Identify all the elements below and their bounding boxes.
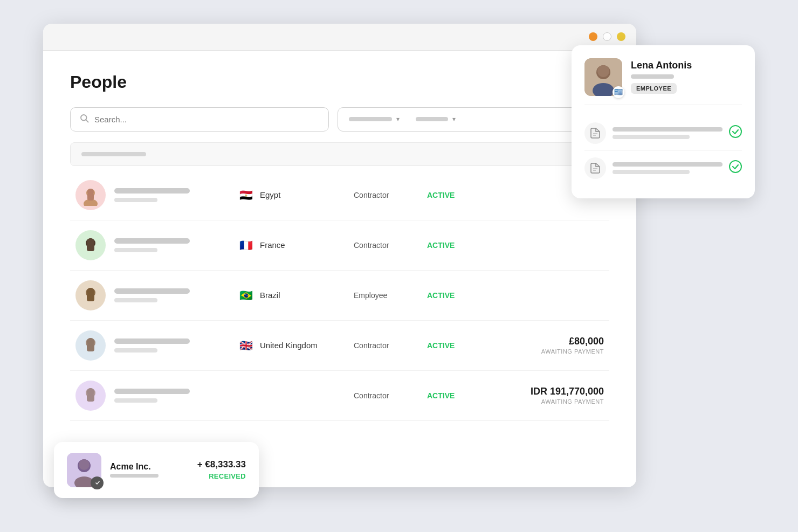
person-name-placeholder — [114, 389, 190, 394]
payment-amount: £80,000 — [490, 336, 604, 347]
doc-line — [613, 162, 723, 167]
search-box[interactable] — [70, 107, 329, 132]
main-window: People ▾ — [43, 24, 636, 487]
payment-label: AWAITING PAYMENT — [490, 348, 604, 355]
profile-name-line — [631, 74, 674, 79]
status-badge: ACTIVE — [427, 191, 455, 199]
svg-line-1 — [86, 120, 88, 122]
doc-lines — [613, 162, 723, 174]
type-cell: Employee — [354, 291, 418, 300]
doc-line — [613, 170, 690, 174]
status-cell: ACTIVE — [427, 341, 481, 350]
flag-icon: 🇧🇷 — [237, 287, 254, 304]
person-name-placeholder — [114, 338, 190, 344]
country-cell: 🇪🇬 Egypt — [237, 186, 345, 204]
svg-rect-17 — [87, 394, 94, 402]
window-dot-white[interactable] — [603, 32, 611, 41]
window-dot-red[interactable] — [589, 32, 597, 41]
received-icon — [91, 476, 104, 489]
document-icon-2 — [584, 157, 606, 179]
status-badge: ACTIVE — [427, 391, 455, 400]
profile-info: Lena Antonis EMPLOYEE — [631, 60, 742, 94]
person-sub-placeholder — [114, 248, 157, 252]
country-cell: 🇫🇷 France — [237, 237, 345, 254]
person-sub-placeholder — [114, 398, 157, 403]
svg-rect-8 — [87, 244, 94, 251]
payment-cell: IDR 191,770,000 AWAITING PAYMENT — [490, 386, 604, 405]
table-row[interactable]: 🇫🇷 France Contractor ACTIVE — [70, 220, 609, 271]
avatar — [75, 330, 106, 361]
status-badge: ACTIVE — [427, 291, 455, 300]
table-header-line — [81, 152, 146, 156]
window-dot-yellow[interactable] — [617, 32, 625, 41]
doc-line — [613, 135, 690, 139]
payment-card-status: RECEIVED — [197, 472, 246, 480]
person-info — [114, 188, 229, 202]
avatar — [75, 381, 106, 411]
status-badge: ACTIVE — [427, 241, 455, 250]
payment-card: Acme Inc. + €8,333.33 RECEIVED — [54, 442, 259, 498]
payment-amount: IDR 191,770,000 — [490, 386, 604, 397]
svg-point-21 — [597, 65, 609, 77]
svg-rect-5 — [87, 193, 94, 201]
table-row[interactable]: 🇪🇬 Egypt Contractor ACTIVE — [70, 170, 609, 220]
payment-card-info: Acme Inc. — [110, 462, 189, 478]
payment-cell: £80,000 AWAITING PAYMENT — [490, 336, 604, 355]
person-sub-placeholder — [114, 198, 157, 202]
avatar — [75, 180, 106, 210]
payment-card-name: Acme Inc. — [110, 462, 189, 472]
payment-avatar — [67, 453, 101, 487]
filter-line-2 — [416, 117, 448, 121]
payment-card-amount: + €8,333.33 — [197, 459, 246, 470]
flag-icon: 🇫🇷 — [237, 237, 254, 254]
payment-label: AWAITING PAYMENT — [490, 398, 604, 405]
doc-lines — [613, 127, 723, 139]
search-icon — [79, 113, 89, 126]
flag-icon: 🇬🇧 — [237, 337, 254, 354]
document-icon-1 — [584, 122, 606, 144]
check-icon-2 — [729, 160, 742, 176]
filter-box: ▾ ▾ — [338, 107, 609, 132]
type-cell: Contractor — [354, 191, 418, 199]
table-row[interactable]: 🇧🇷 Brazil Employee ACTIVE — [70, 271, 609, 321]
status-cell: ACTIVE — [427, 391, 481, 400]
filter-item-1[interactable]: ▾ — [349, 115, 400, 123]
person-name-placeholder — [114, 188, 190, 194]
type-cell: Contractor — [354, 241, 418, 250]
profile-avatar: 🇬🇷 — [584, 58, 622, 96]
window-titlebar — [43, 24, 636, 51]
filter-item-2[interactable]: ▾ — [416, 115, 456, 123]
scene: People ▾ — [43, 24, 755, 509]
type-cell: Contractor — [354, 341, 418, 350]
status-cell: ACTIVE — [427, 291, 481, 300]
doc-row-2 — [584, 151, 742, 185]
person-sub-placeholder — [114, 298, 157, 302]
table-row[interactable]: Contractor ACTIVE IDR 191,770,000 AWAITI… — [70, 371, 609, 421]
person-info — [114, 238, 229, 252]
search-input[interactable] — [94, 115, 320, 124]
person-name-placeholder — [114, 288, 190, 294]
payment-card-right: + €8,333.33 RECEIVED — [197, 459, 246, 480]
status-badge: ACTIVE — [427, 341, 455, 350]
svg-rect-11 — [87, 294, 94, 301]
window-body: People ▾ — [43, 51, 636, 443]
country-name: United Kingdom — [260, 341, 318, 350]
filter-line-1 — [349, 117, 392, 121]
table-row[interactable]: 🇬🇧 United Kingdom Contractor ACTIVE £80,… — [70, 321, 609, 371]
payment-card-sub-line — [110, 474, 159, 478]
profile-card: 🇬🇷 Lena Antonis EMPLOYEE — [572, 45, 755, 198]
person-info — [114, 389, 229, 403]
country-name: Egypt — [260, 190, 280, 199]
country-name: France — [260, 240, 285, 250]
country-cell: 🇬🇧 United Kingdom — [237, 337, 345, 354]
svg-point-24 — [730, 126, 741, 137]
person-sub-placeholder — [114, 348, 157, 353]
profile-flag-badge: 🇬🇷 — [613, 86, 624, 98]
table-header-row — [70, 142, 609, 166]
avatar — [75, 280, 106, 310]
svg-rect-14 — [87, 344, 94, 351]
country-cell: 🇧🇷 Brazil — [237, 287, 345, 304]
type-cell: Contractor — [354, 391, 418, 400]
chevron-down-icon-1: ▾ — [396, 115, 400, 123]
svg-point-31 — [79, 459, 90, 470]
